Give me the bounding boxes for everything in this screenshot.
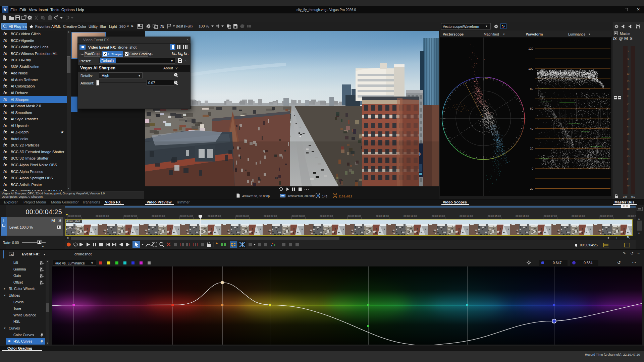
svg-text:fx: fx — [11, 253, 14, 256]
